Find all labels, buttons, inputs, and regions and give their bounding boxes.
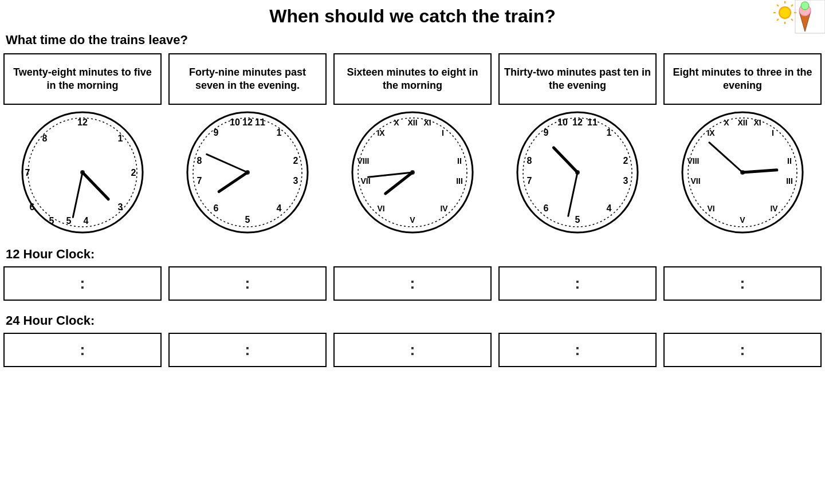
subtitle: What time do the trains leave? [0, 29, 825, 51]
svg-text:12: 12 [77, 117, 88, 127]
svg-text:2: 2 [623, 156, 628, 166]
svg-text:II: II [457, 156, 462, 166]
svg-text:4: 4 [84, 216, 89, 226]
svg-text:1: 1 [607, 128, 612, 137]
svg-text:12: 12 [572, 117, 583, 127]
clock-column-4: Thirty-two minutes past ten in the eveni… [495, 51, 660, 242]
input-12-5[interactable]: : [663, 266, 822, 301]
svg-rect-12 [795, 0, 825, 33]
twelve-hour-section: 12 Hour Clock: : : : : : [0, 242, 825, 309]
svg-line-5 [777, 5, 779, 6]
svg-text:3: 3 [623, 176, 628, 186]
svg-text:6: 6 [544, 203, 549, 213]
input-wrap-24-2: : [165, 330, 330, 369]
twentyfour-hour-section: 24 Hour Clock: : : : : : [0, 309, 825, 375]
twentyfour-hour-inputs: : : : : : [0, 330, 825, 369]
svg-text:2: 2 [293, 156, 298, 166]
clock-column-1: Twenty-eight minutes to five in the morn… [0, 51, 165, 242]
clock-column-5: Eight minutes to three in the evening XI… [660, 51, 825, 242]
input-24-5[interactable]: : [663, 333, 822, 367]
input-24-4[interactable]: : [498, 333, 657, 367]
svg-text:9: 9 [214, 128, 219, 137]
svg-text:7: 7 [527, 176, 532, 186]
svg-text:3: 3 [118, 202, 123, 212]
svg-text:VII: VII [690, 176, 700, 186]
twelve-hour-inputs: : : : : : [0, 264, 825, 303]
svg-text:I: I [772, 128, 774, 137]
svg-text:10: 10 [230, 117, 240, 127]
svg-text:11: 11 [587, 117, 598, 127]
input-12-2[interactable]: : [168, 266, 327, 301]
time-label-3: Sixteen minutes to eight in the morning [333, 53, 492, 105]
corner-decoration [773, 0, 825, 34]
input-24-3[interactable]: : [333, 333, 492, 367]
svg-point-0 [779, 7, 791, 18]
svg-text:8: 8 [197, 156, 202, 166]
clock-column-2: Forty-nine minutes past seven in the eve… [165, 51, 330, 242]
title: When should we catch the train? [269, 6, 556, 26]
svg-line-8 [791, 19, 793, 21]
svg-text:7: 7 [25, 168, 30, 178]
svg-text:VIII: VIII [687, 156, 699, 166]
clock-4: 12 1 2 3 4 5 6 7 8 9 10 11 [514, 109, 641, 235]
svg-text:IX: IX [707, 128, 715, 137]
svg-text:8: 8 [42, 133, 48, 143]
svg-text:5: 5 [245, 215, 250, 225]
svg-text:12: 12 [242, 117, 253, 127]
svg-text:X: X [394, 118, 399, 127]
svg-text:V: V [740, 215, 745, 225]
input-12-4[interactable]: : [498, 266, 657, 301]
svg-text:5: 5 [66, 216, 72, 226]
svg-text:2: 2 [131, 168, 136, 178]
svg-text:7: 7 [197, 176, 202, 186]
svg-text:IX: IX [377, 128, 385, 137]
svg-text:1: 1 [277, 128, 282, 137]
svg-text:3: 3 [293, 176, 298, 186]
input-wrap-12-2: : [165, 264, 330, 303]
input-12-1[interactable]: : [3, 266, 162, 301]
svg-text:9: 9 [544, 128, 549, 137]
input-wrap-12-3: : [330, 264, 495, 303]
svg-text:VI: VI [377, 204, 384, 213]
clock-2: 12 1 2 3 4 5 6 7 8 9 10 11 [184, 109, 311, 235]
input-wrap-24-4: : [495, 330, 660, 369]
input-24-2[interactable]: : [168, 333, 327, 367]
clock-column-3: Sixteen minutes to eight in the morning … [330, 51, 495, 242]
input-24-1[interactable]: : [3, 333, 162, 367]
clock-columns: Twenty-eight minutes to five in the morn… [0, 51, 825, 242]
svg-text:XI: XI [423, 118, 431, 127]
svg-text:III: III [786, 176, 793, 186]
input-wrap-12-5: : [660, 264, 825, 303]
page-header: When should we catch the train? [0, 0, 825, 29]
twentyfour-hour-label: 24 Hour Clock: [0, 309, 825, 330]
svg-line-6 [791, 5, 793, 6]
svg-text:6: 6 [30, 202, 35, 212]
time-label-4: Thirty-two minutes past ten in the eveni… [498, 53, 657, 105]
svg-text:VIII: VIII [357, 156, 369, 166]
svg-text:4: 4 [277, 203, 282, 213]
time-label-2: Forty-nine minutes past seven in the eve… [168, 53, 327, 105]
input-12-3[interactable]: : [333, 266, 492, 301]
svg-text:11: 11 [255, 117, 265, 127]
svg-text:XI: XI [753, 118, 761, 127]
svg-text:IV: IV [440, 204, 448, 213]
clock-5: XII I II III IV V VI VII VIII IX X XI [679, 109, 806, 235]
clock-1: 12 1 2 3 4 5 6 7 8 5 [19, 109, 146, 235]
svg-text:VI: VI [707, 204, 714, 213]
svg-text:6: 6 [214, 203, 219, 213]
input-wrap-12-4: : [495, 264, 660, 303]
svg-text:1: 1 [118, 133, 123, 143]
svg-text:XII: XII [737, 118, 747, 127]
svg-text:V: V [410, 215, 415, 225]
svg-text:10: 10 [557, 117, 568, 127]
input-wrap-24-3: : [330, 330, 495, 369]
input-wrap-24-5: : [660, 330, 825, 369]
twelve-hour-label: 12 Hour Clock: [0, 242, 825, 264]
svg-text:5: 5 [49, 216, 54, 226]
svg-text:4: 4 [607, 203, 612, 213]
svg-text:I: I [442, 128, 444, 137]
svg-text:IV: IV [770, 204, 778, 213]
svg-point-11 [801, 2, 809, 10]
time-label-5: Eight minutes to three in the evening [663, 53, 822, 105]
svg-text:5: 5 [575, 215, 580, 225]
